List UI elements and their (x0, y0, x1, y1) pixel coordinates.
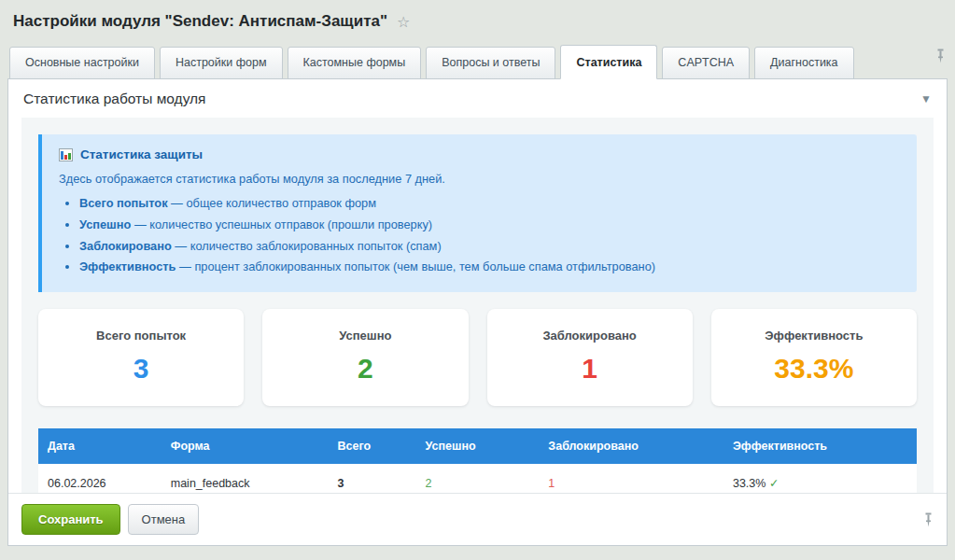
page-title: Настройки модуля "Sendev: Антиспам-Защит… (13, 12, 387, 31)
stat-card-blocked: Заблокировано 1 (487, 309, 693, 406)
section-header: Статистика работы модуля ▼ (8, 79, 947, 118)
info-box: Статистика защиты Здесь отображается ста… (38, 134, 917, 292)
legend-item: Заблокировано — количество заблокированн… (79, 236, 900, 258)
table-header-total: Всего (329, 428, 416, 464)
info-box-title: Статистика защиты (80, 147, 203, 161)
cell-total: 3 (329, 464, 416, 493)
stat-card-label: Эффективность (711, 329, 917, 343)
footer-bar: Сохранить Отмена (8, 493, 947, 545)
tab-diagnostics[interactable]: Диагностика (754, 47, 853, 79)
chevron-down-icon[interactable]: ▼ (920, 92, 932, 105)
legend-item: Успешно — количество успешных отправок (… (79, 215, 900, 236)
stat-card-value: 2 (262, 353, 468, 385)
table-header-form: Форма (162, 428, 329, 464)
settings-panel: Статистика работы модуля ▼ Статистика за… (7, 78, 948, 546)
table-header-blocked: Заблокировано (539, 428, 723, 464)
table-row: 06.02.2026 main_feedback 3 2 1 33.3% ✓ (38, 464, 917, 493)
table-header-date: Дата (38, 428, 162, 464)
favorite-star-icon[interactable]: ☆ (397, 15, 410, 30)
check-icon: ✓ (769, 477, 779, 490)
cell-blocked: 1 (539, 464, 723, 493)
stat-card-efficiency: Эффективность 33.3% (711, 309, 917, 406)
table-header-efficiency: Эффективность (723, 428, 917, 464)
stat-card-value: 1 (487, 353, 693, 385)
legend-item: Всего попыток — общее количество отправо… (79, 193, 900, 215)
cell-form: main_feedback (162, 464, 329, 493)
cancel-button[interactable]: Отмена (128, 504, 200, 535)
tab-main-settings[interactable]: Основные настройки (9, 47, 155, 79)
statistics-table: Дата Форма Всего Успешно Заблокировано Э… (38, 428, 917, 493)
cell-success: 2 (416, 464, 540, 493)
cell-date: 06.02.2026 (38, 464, 162, 493)
section-title: Статистика работы модуля (23, 91, 205, 107)
cell-efficiency: 33.3% ✓ (723, 464, 917, 493)
stat-card-value: 3 (38, 353, 244, 385)
tab-captcha[interactable]: CAPTCHA (662, 47, 750, 79)
info-box-description: Здесь отображается статистика работы мод… (59, 172, 900, 186)
legend-item: Эффективность — процент заблокированных … (79, 257, 900, 278)
pin-icon[interactable] (923, 512, 934, 527)
stat-card-total: Всего попыток 3 (38, 309, 244, 406)
page-header: Настройки модуля "Sendev: Антиспам-Защит… (0, 0, 955, 37)
bar-chart-icon (59, 148, 73, 161)
stat-card-success: Успешно 2 (262, 309, 468, 406)
tab-statistics[interactable]: Статистика (560, 45, 657, 79)
tab-questions-answers[interactable]: Вопросы и ответы (426, 47, 555, 79)
stat-card-label: Заблокировано (487, 329, 693, 343)
stat-card-value: 33.3% (711, 353, 917, 385)
tabs-bar: Основные настройки Настройки форм Кастом… (7, 41, 948, 78)
table-header-row: Дата Форма Всего Успешно Заблокировано Э… (38, 428, 917, 464)
info-box-legend: Всего попыток — общее количество отправо… (59, 193, 900, 278)
info-box-title-row: Статистика защиты (59, 147, 900, 161)
save-button[interactable]: Сохранить (21, 504, 120, 535)
statistics-content: Статистика защиты Здесь отображается ста… (21, 118, 934, 493)
stat-card-label: Всего попыток (38, 329, 244, 343)
tab-form-settings[interactable]: Настройки форм (160, 47, 283, 79)
pin-icon[interactable] (935, 49, 946, 63)
stat-card-label: Успешно (262, 329, 468, 343)
table-header-success: Успешно (416, 428, 540, 464)
tab-custom-forms[interactable]: Кастомные формы (288, 47, 422, 79)
stat-cards-row: Всего попыток 3 Успешно 2 Заблокировано … (38, 309, 917, 406)
